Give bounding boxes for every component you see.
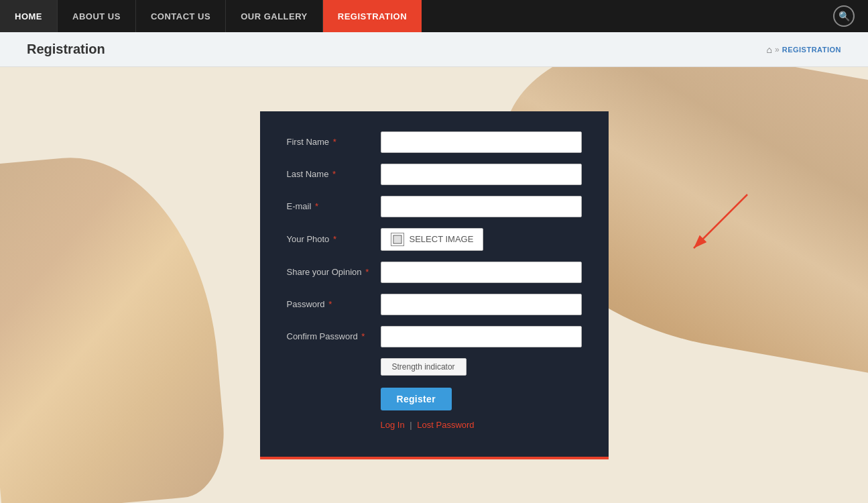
first-name-row: First Name *	[287, 131, 582, 153]
nav-item-contact[interactable]: CONTACT US	[136, 0, 226, 32]
confirm-password-row: Confirm Password *	[287, 326, 582, 347]
last-name-input[interactable]	[381, 164, 582, 185]
last-name-label: Last Name *	[287, 169, 381, 179]
navbar: HOME ABOUT US CONTACT US OUR GALLERY REG…	[0, 0, 868, 32]
strength-indicator: Strength indicator	[381, 358, 467, 376]
email-input[interactable]	[381, 196, 582, 217]
login-link[interactable]: Log In	[381, 420, 405, 430]
nav-items: HOME ABOUT US CONTACT US OUR GALLERY REG…	[0, 0, 820, 32]
confirm-password-input[interactable]	[381, 326, 582, 347]
login-links: Log In | Lost Password	[381, 420, 582, 430]
nav-item-home[interactable]: HOME	[0, 0, 58, 32]
search-button[interactable]: 🔍	[833, 5, 855, 27]
lost-password-link[interactable]: Lost Password	[417, 420, 474, 430]
confirm-password-label: Confirm Password *	[287, 331, 381, 341]
breadcrumb-bar: Registration ⌂ » REGISTRATION	[0, 32, 868, 67]
home-icon: ⌂	[767, 44, 772, 55]
register-button[interactable]: Register	[381, 388, 452, 410]
search-icon: 🔍	[839, 11, 850, 21]
hero-section: First Name * Last Name * E-mail * Your P…	[0, 67, 868, 503]
photo-row: Your Photo * SELECT IMAGE	[287, 228, 582, 251]
nav-search: 🔍	[820, 0, 868, 32]
email-row: E-mail *	[287, 196, 582, 217]
opinion-row: Share your Opinion *	[287, 262, 582, 283]
photo-label: Your Photo *	[287, 234, 381, 244]
page-title: Registration	[27, 42, 105, 57]
email-label: E-mail *	[287, 201, 381, 211]
nav-item-registration[interactable]: REGISTRATION	[323, 0, 422, 32]
links-separator: |	[410, 420, 412, 430]
nav-item-about[interactable]: ABOUT US	[58, 0, 136, 32]
password-input[interactable]	[381, 294, 582, 315]
nav-item-gallery[interactable]: OUR GALLERY	[226, 0, 323, 32]
opinion-input[interactable]	[381, 262, 582, 283]
opinion-label: Share your Opinion *	[287, 267, 381, 277]
select-image-button[interactable]: SELECT IMAGE	[381, 228, 484, 251]
breadcrumb: ⌂ » REGISTRATION	[767, 44, 841, 55]
password-row: Password *	[287, 294, 582, 315]
first-name-input[interactable]	[381, 131, 582, 153]
hand-left	[0, 146, 229, 503]
breadcrumb-separator: »	[775, 45, 780, 54]
last-name-row: Last Name *	[287, 164, 582, 185]
first-name-label: First Name *	[287, 137, 381, 147]
breadcrumb-current: REGISTRATION	[782, 46, 841, 54]
password-label: Password *	[287, 299, 381, 309]
svg-rect-3	[394, 236, 401, 243]
image-icon	[391, 233, 404, 246]
registration-form: First Name * Last Name * E-mail * Your P…	[260, 111, 609, 459]
